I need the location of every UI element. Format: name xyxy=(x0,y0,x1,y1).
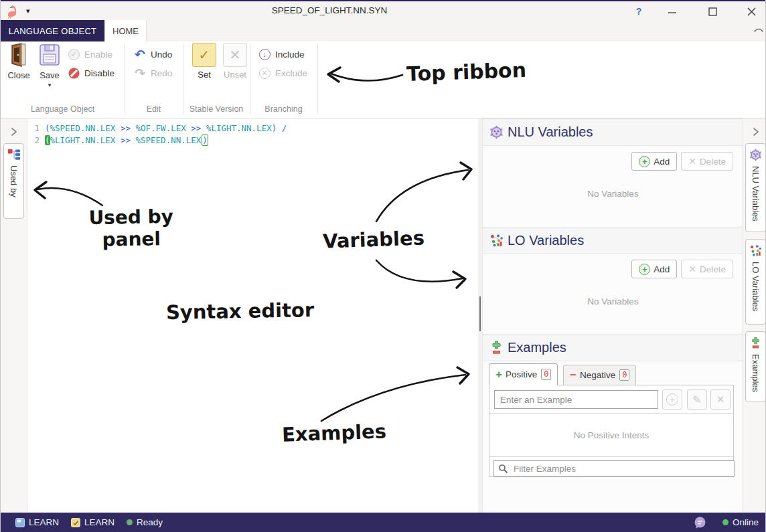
status-learn-2-label: LEARN xyxy=(84,517,114,527)
status-online: Online xyxy=(722,517,759,527)
title-bar: ▾ SPEED_OF_LIGHT.NN.SYN ? xyxy=(1,1,765,20)
positive-intents-empty-list: No Positive Intents xyxy=(489,413,733,457)
delete-x-icon: ✕ xyxy=(688,264,696,274)
tab-home[interactable]: HOME xyxy=(104,20,147,41)
ribbon-tab-row: LANGUAGE OBJECT HOME xyxy=(1,20,765,41)
undo-button[interactable]: ↶ Undo xyxy=(133,47,172,62)
edit-example-button[interactable]: ✎ xyxy=(687,389,707,410)
examples-body: + Positive 0 − Negative 0 + ✎ xyxy=(483,361,743,513)
status-learn-2: LEARN xyxy=(71,517,114,527)
add-example-button[interactable]: + xyxy=(662,389,682,410)
online-dot-icon xyxy=(722,519,729,525)
minimize-icon xyxy=(668,7,676,15)
chat-button[interactable] xyxy=(694,517,706,529)
lo-delete-button[interactable]: ✕ Delete xyxy=(681,260,733,278)
status-online-label: Online xyxy=(733,517,759,527)
set-check-icon: ✓ xyxy=(192,43,216,67)
save-button-label: Save xyxy=(40,70,60,80)
splitter-handle[interactable] xyxy=(479,296,481,331)
unset-button-label: Unset xyxy=(224,70,246,80)
status-ready-label: Ready xyxy=(137,517,163,527)
ribbon: Close Save ▾ ✓ Enable xyxy=(1,41,765,118)
disable-button[interactable]: Disable xyxy=(67,66,114,80)
expand-right-panel-icon[interactable] xyxy=(751,127,761,137)
enable-button-label: Enable xyxy=(84,50,112,60)
include-button[interactable]: ↓ Include xyxy=(258,47,305,62)
used-by-icon xyxy=(7,149,21,161)
negative-count-badge: 0 xyxy=(619,369,629,381)
status-learn-1: LEARN xyxy=(15,517,59,527)
close-window-button[interactable] xyxy=(741,4,761,19)
close-button[interactable]: Close xyxy=(4,43,33,80)
save-dropdown-caret-icon[interactable]: ▾ xyxy=(48,82,52,88)
enable-check-icon: ✓ xyxy=(67,48,80,61)
set-stable-button[interactable]: ✓ Set xyxy=(191,43,218,80)
ready-dot-icon xyxy=(127,519,133,525)
tab-language-object[interactable]: LANGUAGE OBJECT xyxy=(1,20,104,41)
side-tab-examples[interactable]: Examples xyxy=(745,331,766,402)
lo-variables-icon xyxy=(749,244,762,257)
learn-blue-icon xyxy=(15,518,25,527)
undo-button-label: Undo xyxy=(151,50,172,60)
examples-icon xyxy=(489,341,504,355)
chat-bubble-icon xyxy=(694,517,706,529)
side-tab-lo-variables[interactable]: LO Variables xyxy=(745,239,766,325)
redo-button-label: Redo xyxy=(151,68,172,78)
positive-count-badge: 0 xyxy=(541,369,551,380)
search-icon xyxy=(498,464,508,474)
delete-x-icon: ✕ xyxy=(688,156,696,167)
positive-tab-label: Positive xyxy=(506,369,537,379)
lo-variables-header: LO Variables xyxy=(483,227,743,254)
right-panel: NLU Variables + Add ✕ Delete No Variable… xyxy=(482,118,743,513)
app-window: ▾ SPEED_OF_LIGHT.NN.SYN ? LANGUAGE OBJEC… xyxy=(0,0,766,532)
group-label-branching: Branching xyxy=(250,104,317,114)
side-tab-used-by[interactable]: Used by xyxy=(3,143,24,219)
line-number: 2 xyxy=(27,135,40,145)
group-label-stable-version: Stable Version xyxy=(183,104,250,114)
annotation-used-by-line1: Used by xyxy=(74,205,188,230)
maximize-icon xyxy=(708,7,717,16)
nlu-delete-label: Delete xyxy=(700,157,726,167)
ribbon-separator xyxy=(250,44,250,114)
nlu-delete-button[interactable]: ✕ Delete xyxy=(681,152,733,171)
status-learn-1-label: LEARN xyxy=(29,517,59,527)
save-button[interactable]: Save ▾ xyxy=(35,43,64,88)
code-line: 2(%LIGHT.NN.LEX >> %SPEED.NN.LEX) xyxy=(27,134,208,146)
delete-example-button[interactable]: ✕ xyxy=(710,389,731,410)
nlu-variables-icon xyxy=(489,125,504,140)
add-example-plus-icon: + xyxy=(666,393,678,406)
expand-left-panel-icon[interactable] xyxy=(9,127,19,137)
window-title: SPEED_OF_LIGHT.NN.SYN xyxy=(1,5,658,15)
disable-button-label: Disable xyxy=(84,68,114,78)
positive-examples-tab[interactable]: + Positive 0 xyxy=(489,363,558,385)
nlu-add-label: Add xyxy=(654,157,670,167)
nlu-variables-header: NLU Variables xyxy=(483,118,743,146)
unset-stable-button[interactable]: ✕ Unset xyxy=(220,43,250,80)
redo-button[interactable]: ↷ Redo xyxy=(133,66,172,80)
nlu-add-button[interactable]: + Add xyxy=(631,152,677,171)
example-input[interactable] xyxy=(494,390,658,409)
ribbon-separator xyxy=(317,44,318,114)
add-plus-icon: + xyxy=(639,156,650,167)
collapse-ribbon-icon[interactable] xyxy=(753,25,764,35)
minimize-button[interactable] xyxy=(662,4,682,19)
filter-examples-input[interactable] xyxy=(508,462,734,475)
negative-examples-tab[interactable]: − Negative 0 xyxy=(563,365,636,385)
door-icon xyxy=(7,43,30,68)
maximize-button[interactable] xyxy=(702,4,722,19)
status-bar: LEARN LEARN Ready Online xyxy=(1,513,765,532)
group-label-language-object: Language Object xyxy=(1,104,125,114)
annotation-syntax-editor: Syntax editor xyxy=(166,298,315,324)
line-number: 1 xyxy=(27,123,40,133)
side-tab-nlu-variables[interactable]: NLU Variables xyxy=(745,143,766,232)
delete-example-x-icon: ✕ xyxy=(716,393,725,406)
enable-button[interactable]: ✓ Enable xyxy=(67,47,112,62)
annotation-top-ribbon: Top ribbon xyxy=(406,58,526,86)
exclude-button[interactable]: ✕ Exclude xyxy=(258,66,307,80)
add-plus-icon: + xyxy=(639,264,650,275)
help-button[interactable]: ? xyxy=(629,4,649,19)
right-rail: NLU Variables LO Variables Examples xyxy=(743,118,766,513)
examples-title: Examples xyxy=(508,340,566,355)
filter-examples-box xyxy=(493,460,735,476)
lo-add-button[interactable]: + Add xyxy=(631,260,677,278)
